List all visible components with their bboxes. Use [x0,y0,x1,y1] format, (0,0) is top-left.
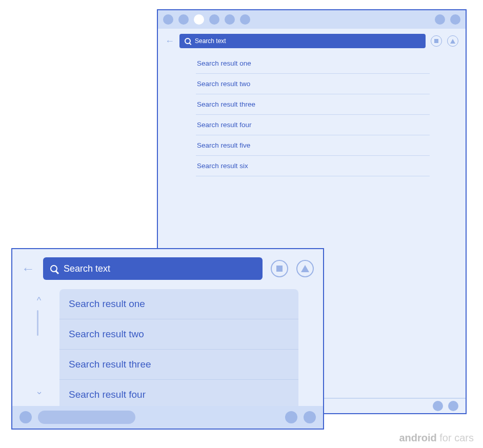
chevron-up-icon[interactable]: ^ [37,295,41,306]
chevron-down-icon[interactable]: ⌄ [35,385,43,397]
back-arrow-icon[interactable]: ← [22,261,35,277]
top-nav-bar [158,10,466,29]
stop-action-button[interactable] [271,260,288,277]
nav-dot-icon[interactable] [225,14,235,25]
list-item[interactable]: Search result three [196,94,430,115]
list-item[interactable]: Search result six [196,156,430,176]
search-icon [50,265,57,272]
window-wide: ← Search text ^ ⌄ Search result one Sear… [11,248,324,430]
list-item[interactable]: Search result one [196,53,430,74]
nav-dot-icon[interactable] [163,14,173,25]
list-item[interactable]: Search result two [59,319,298,350]
up-action-button[interactable] [447,35,458,47]
square-icon [434,39,438,43]
nav-dot-icon[interactable] [19,411,32,423]
nav-dot-active-icon[interactable] [194,14,204,25]
status-dot-icon [448,401,458,411]
nav-dot-icon[interactable] [285,411,297,423]
search-row: ← Search text [12,249,323,285]
list-item[interactable]: Search result five [196,135,430,156]
list-item[interactable]: Search result four [196,115,430,135]
nav-pill[interactable] [38,411,135,424]
scroll-track[interactable] [37,310,38,336]
search-input[interactable]: Search text [179,34,426,48]
watermark-suffix: for cars [437,432,474,443]
nav-dot-icon[interactable] [240,14,250,25]
list-item[interactable]: Search result three [59,350,298,380]
status-dot-icon [450,14,460,25]
list-item[interactable]: Search result four [59,380,298,406]
search-input-text: Search text [195,37,226,45]
scroll-indicator: ^ ⌄ [33,295,45,406]
stop-action-button[interactable] [431,35,442,47]
square-icon [276,266,283,272]
results-list: Search result one Search result two Sear… [59,289,298,406]
nav-dot-icon[interactable] [209,14,219,25]
search-input[interactable]: Search text [43,257,263,280]
search-row: ← Search text [158,29,466,51]
results-list: Search result one Search result two Sear… [196,53,430,176]
search-icon [185,38,191,44]
watermark-label: android for cars [399,432,474,444]
nav-dot-icon[interactable] [178,14,189,25]
search-input-text: Search text [64,263,110,274]
nav-dot-icon[interactable] [304,411,316,423]
list-item[interactable]: Search result two [196,74,430,94]
bottom-nav-bar [12,406,323,429]
list-item[interactable]: Search result one [59,289,298,319]
triangle-up-icon [450,39,455,44]
status-dot-icon [433,401,443,411]
back-arrow-icon[interactable]: ← [165,36,174,47]
watermark-brand: android [399,432,436,443]
triangle-up-icon [301,265,309,272]
up-action-button[interactable] [296,260,314,277]
status-dot-icon [435,14,445,25]
